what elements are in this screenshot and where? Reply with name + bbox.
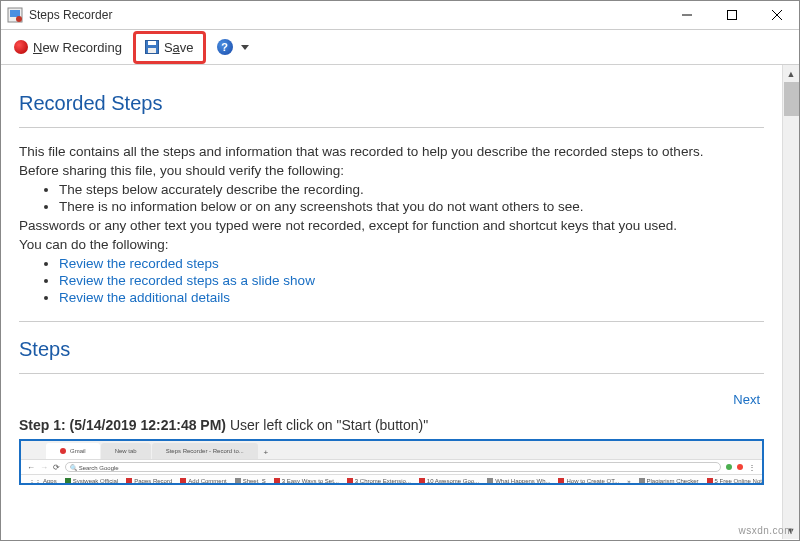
close-button[interactable] xyxy=(754,1,799,29)
svg-rect-1 xyxy=(10,10,20,17)
new-recording-label: New Recording xyxy=(33,40,122,55)
window-title: Steps Recorder xyxy=(29,8,664,22)
help-icon: ? xyxy=(217,39,233,55)
browser-tab: New tab xyxy=(101,443,151,459)
recorded-steps-heading: Recorded Steps xyxy=(19,92,764,115)
step-1-prefix: Step 1: xyxy=(19,417,66,433)
title-bar: Steps Recorder xyxy=(1,1,799,30)
intro-text-1: This file contains all the steps and inf… xyxy=(19,144,764,159)
status-dot-icon xyxy=(737,464,743,470)
step-1-screenshot[interactable]: Gmail New tab Steps Recorder - Record to… xyxy=(19,439,764,485)
scroll-thumb[interactable] xyxy=(784,82,799,116)
intro-text-4: You can do the following: xyxy=(19,237,764,252)
watermark: wsxdn.com xyxy=(738,525,793,536)
browser-tab: Gmail xyxy=(46,443,100,459)
bookmarks-bar: ⋮⋮Apps Systweak Official Pages Record Ad… xyxy=(21,475,762,485)
verify-list: The steps below accurately describe the … xyxy=(59,182,764,214)
minimize-button[interactable] xyxy=(664,1,709,29)
step-1-action: User left click on "Start (button)" xyxy=(230,417,428,433)
content-area: Recorded Steps This file contains all th… xyxy=(1,65,782,539)
svg-rect-8 xyxy=(148,41,156,45)
forward-icon: → xyxy=(40,463,48,472)
save-icon xyxy=(145,40,159,54)
screenshot-browser-chrome: Gmail New tab Steps Recorder - Record to… xyxy=(21,441,762,485)
verify-item-2: There is no information below or on any … xyxy=(59,199,764,214)
svg-point-2 xyxy=(16,16,22,22)
review-slideshow-link[interactable]: Review the recorded steps as a slide sho… xyxy=(59,273,315,288)
step-1-timestamp: (5/14/2019 12:21:48 PM) xyxy=(70,417,226,433)
record-icon xyxy=(14,40,28,54)
intro-text-3: Passwords or any other text you typed we… xyxy=(19,218,764,233)
step-nav: Next xyxy=(19,392,764,407)
divider xyxy=(19,373,764,374)
intro-text-2: Before sharing this file, you should ver… xyxy=(19,163,764,178)
maximize-button[interactable] xyxy=(709,1,754,29)
list-item: Review the recorded steps xyxy=(59,256,764,271)
reload-icon: ⟳ xyxy=(53,463,60,472)
chevron-down-icon xyxy=(241,45,249,50)
address-bar: 🔍 Search Google xyxy=(65,462,721,472)
back-icon: ← xyxy=(27,463,35,472)
app-icon xyxy=(7,7,23,23)
save-label: Save xyxy=(164,40,194,55)
list-item: Review the additional details xyxy=(59,290,764,305)
toolbar: New Recording Save ? xyxy=(1,30,799,65)
scroll-up-icon[interactable]: ▲ xyxy=(784,65,799,82)
menu-icon: ⋮ xyxy=(748,463,756,472)
divider xyxy=(19,321,764,322)
vertical-scrollbar[interactable]: ▲ ▼ xyxy=(782,65,799,539)
svg-rect-4 xyxy=(727,11,736,20)
step-1-header: Step 1: (5/14/2019 12:21:48 PM) User lef… xyxy=(19,417,764,433)
help-dropdown-button[interactable]: ? xyxy=(210,35,256,59)
divider xyxy=(19,127,764,128)
action-list: Review the recorded steps Review the rec… xyxy=(59,256,764,305)
next-link[interactable]: Next xyxy=(733,392,760,407)
status-dot-icon xyxy=(726,464,732,470)
save-button[interactable]: Save xyxy=(138,36,201,59)
review-details-link[interactable]: Review the additional details xyxy=(59,290,230,305)
steps-heading: Steps xyxy=(19,338,764,361)
svg-rect-9 xyxy=(148,48,156,53)
save-highlight-annotation: Save xyxy=(133,31,206,64)
list-item: Review the recorded steps as a slide sho… xyxy=(59,273,764,288)
plus-icon: + xyxy=(259,445,273,459)
review-steps-link[interactable]: Review the recorded steps xyxy=(59,256,219,271)
window-controls xyxy=(664,1,799,29)
verify-item-1: The steps below accurately describe the … xyxy=(59,182,764,197)
new-recording-button[interactable]: New Recording xyxy=(7,36,129,59)
browser-tab: Steps Recorder - Record to... xyxy=(152,443,258,459)
